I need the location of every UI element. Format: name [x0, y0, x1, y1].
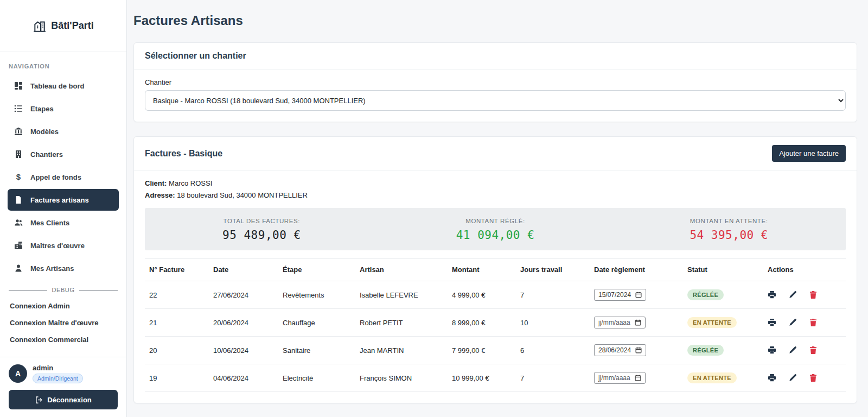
main-content: Factures Artisans Sélectionner un chanti… — [127, 0, 868, 417]
sidebar-item-label: Modèles — [30, 128, 59, 136]
sidebar-item-modeles[interactable]: Modèles — [8, 121, 119, 142]
calendar-icon — [635, 319, 641, 326]
cell-artisan: Isabelle LEFEVRE — [355, 281, 448, 309]
trash-icon — [809, 346, 818, 355]
summary-pending-label: MONTANT EN ATTENTE: — [612, 218, 846, 224]
col-header-reglement: Date règlement — [590, 258, 683, 281]
table-row: 22 27/06/2024 Revêtements Isabelle LEFEV… — [145, 281, 846, 309]
delete-button[interactable] — [809, 318, 818, 327]
cell-montant: 4 999,00 € — [448, 281, 516, 309]
edit-button[interactable] — [788, 318, 797, 327]
client-label: Client: — [145, 179, 167, 187]
logout-icon — [35, 396, 43, 404]
brand: Bâti'Parti — [0, 0, 126, 52]
debug-link-connexion-admin[interactable]: Connexion Admin — [0, 298, 126, 314]
sidebar-item-factures-artisans[interactable]: Factures artisans — [8, 189, 119, 211]
cell-num: 20 — [145, 337, 209, 364]
debug-link-connexion-maitre-oeuvre[interactable]: Connexion Maître d'œuvre — [0, 314, 126, 331]
col-header-etape: Étape — [278, 258, 355, 281]
edit-button[interactable] — [788, 290, 797, 299]
date-reglement-input[interactable]: jj/mm/aaaa — [594, 372, 646, 384]
logout-label: Déconnexion — [47, 396, 92, 404]
date-reglement-input[interactable]: 15/07/2024 — [594, 289, 646, 301]
app-root: Bâti'Parti NAVIGATION Tableau de bord Et… — [0, 0, 868, 417]
table-row: 20 10/06/2024 Sanitaire Jean MARTIN 7 99… — [145, 337, 846, 364]
page-title: Factures Artisans — [133, 13, 857, 28]
cell-jours: 6 — [516, 337, 590, 364]
edit-button[interactable] — [788, 346, 797, 355]
delete-button[interactable] — [809, 374, 818, 382]
summary-paid-label: MONTANT RÉGLÉ: — [379, 218, 612, 224]
date-reglement-input[interactable]: jj/mm/aaaa — [594, 317, 646, 328]
sidebar-item-label: Mes Artisans — [30, 264, 74, 273]
invoices-table: N° Facture Date Étape Artisan Montant Jo… — [145, 258, 846, 392]
printer-icon — [768, 374, 776, 382]
dollar-icon: $ — [14, 173, 23, 181]
sidebar-item-chantiers[interactable]: Chantiers — [8, 143, 119, 165]
cell-montant: 7 999,00 € — [448, 337, 516, 364]
col-header-jours: Jours travail — [516, 258, 590, 281]
cell-date: 27/06/2024 — [209, 281, 278, 309]
list-icon — [14, 104, 23, 113]
date-reglement-value: jj/mm/aaaa — [598, 374, 630, 382]
debug-label: DEBUG — [52, 287, 74, 293]
edit-button[interactable] — [788, 374, 797, 382]
debug-link-connexion-commercial[interactable]: Connexion Commercial — [0, 331, 126, 348]
print-button[interactable] — [768, 346, 776, 355]
print-button[interactable] — [768, 318, 776, 327]
sidebar-item-maitres-oeuvre[interactable]: Maîtres d'œuvre — [8, 235, 119, 256]
sidebar-item-mes-artisans[interactable]: Mes Artisans — [8, 257, 119, 279]
sidebar-nav: NAVIGATION Tableau de bord Etapes Modèle… — [0, 52, 126, 357]
cell-montant: 8 999,00 € — [448, 309, 516, 337]
address-value: 18 boulevard Sud, 34000 MONTPELLIER — [177, 191, 308, 199]
cell-jours: 7 — [516, 281, 590, 309]
invoice-icon — [14, 195, 23, 204]
address-label: Adresse: — [145, 191, 175, 199]
summary-paid-value: 41 094,00 € — [379, 229, 612, 242]
cell-artisan: Jean MARTIN — [355, 337, 448, 364]
col-header-date: Date — [209, 258, 278, 281]
chantier-field-label: Chantier — [145, 78, 846, 86]
pencil-icon — [788, 346, 797, 355]
sidebar-item-mes-clients[interactable]: Mes Clients — [8, 212, 119, 233]
sidebar-item-label: Chantiers — [30, 150, 63, 159]
summary-paid: MONTANT RÉGLÉ: 41 094,00 € — [379, 218, 612, 242]
client-value: Marco ROSSI — [169, 179, 212, 187]
summary-pending-value: 54 395,00 € — [612, 229, 846, 242]
sidebar-item-label: Factures artisans — [30, 196, 89, 204]
brand-logo-icon — [33, 19, 47, 33]
add-invoice-button[interactable]: Ajouter une facture — [772, 145, 846, 162]
date-reglement-input[interactable]: 28/06/2024 — [594, 344, 646, 356]
summary-total: TOTAL DES FACTURES: 95 489,00 € — [145, 218, 379, 242]
status-badge: EN ATTENTE — [687, 317, 737, 328]
col-header-artisan: Artisan — [355, 258, 448, 281]
invoices-card-title: Factures - Basique — [145, 149, 222, 159]
delete-button[interactable] — [809, 290, 818, 299]
summary-total-value: 95 489,00 € — [145, 229, 379, 242]
invoices-card: Factures - Basique Ajouter une facture C… — [133, 136, 857, 403]
pencil-icon — [788, 374, 797, 382]
col-header-actions: Actions — [763, 258, 846, 281]
sidebar-item-tableau-de-bord[interactable]: Tableau de bord — [8, 75, 119, 97]
delete-button[interactable] — [809, 346, 818, 355]
table-header-row: N° Facture Date Étape Artisan Montant Jo… — [145, 258, 846, 281]
cell-num: 22 — [145, 281, 209, 309]
logout-button[interactable]: Déconnexion — [9, 390, 118, 409]
sidebar-item-etapes[interactable]: Etapes — [8, 98, 119, 119]
cell-etape: Revêtements — [278, 281, 355, 309]
cell-montant: 10 999,00 € — [448, 364, 516, 392]
calendar-icon — [635, 292, 642, 298]
sidebar-item-appel-de-fonds[interactable]: $ Appel de fonds — [8, 166, 119, 188]
print-button[interactable] — [768, 290, 776, 299]
sidebar-item-label: Etapes — [30, 105, 54, 113]
col-header-statut: Statut — [683, 258, 763, 281]
chantier-select[interactable]: Basique - Marco ROSSI (18 boulevard Sud,… — [145, 90, 846, 111]
status-badge: RÉGLÉE — [687, 289, 724, 300]
print-button[interactable] — [768, 374, 776, 382]
cell-jours: 10 — [516, 309, 590, 337]
sidebar-item-label: Tableau de bord — [30, 82, 84, 90]
user-name: admin — [33, 364, 83, 372]
cell-etape: Chauffage — [278, 309, 355, 337]
calendar-icon — [635, 375, 641, 381]
role-badge: Admin/Dirigeant — [33, 374, 83, 383]
